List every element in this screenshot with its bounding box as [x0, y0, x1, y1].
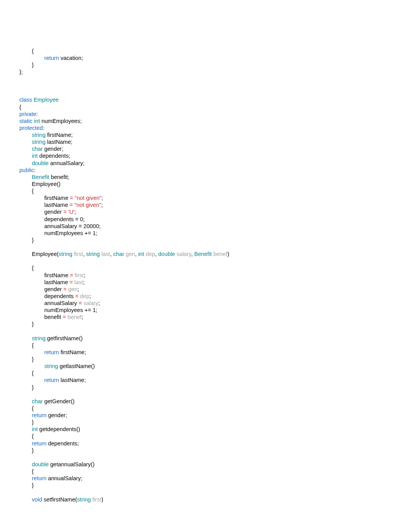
code-token: benefit; [49, 174, 69, 180]
code-token: = [79, 300, 82, 306]
code-token: lastName [19, 279, 70, 285]
code-line: dependents = 0; [19, 216, 392, 223]
code-token [19, 139, 32, 145]
code-token: ; [84, 272, 85, 278]
code-token: }; [19, 69, 23, 75]
code-line: } [19, 321, 392, 327]
code-line: string getfirstName() [19, 335, 392, 342]
code-token [19, 349, 44, 355]
code-token: vacation; [59, 55, 83, 61]
code-token: { [19, 48, 34, 54]
code-token: firstName; [46, 132, 73, 138]
code-token: gen [126, 251, 135, 257]
code-token [19, 335, 32, 341]
code-line: { [19, 405, 392, 412]
code-line: return dependents; [19, 440, 392, 447]
code-token: dependents; [38, 153, 70, 159]
code-token: benefit [19, 314, 63, 320]
code-line [19, 391, 392, 398]
code-token: setfirstName( [42, 496, 77, 503]
code-token: { [19, 405, 34, 411]
code-token [19, 475, 32, 481]
code-token: annualSalary; [49, 160, 85, 166]
code-token: gender; [43, 146, 63, 152]
code-token: { [19, 370, 34, 376]
code-token: = [75, 293, 78, 299]
code-token: ; [77, 286, 79, 292]
code-line: } [19, 419, 392, 426]
code-token: return [32, 440, 46, 447]
code-line [19, 328, 392, 335]
code-line: } [19, 482, 392, 489]
code-line: numEmployees += 1; [19, 307, 392, 314]
code-token: string [44, 363, 58, 369]
code-token [19, 363, 44, 369]
code-token: gender [19, 209, 63, 215]
code-line: } [19, 384, 392, 391]
code-token: numEmployees; [40, 118, 82, 124]
code-line: }; [19, 68, 392, 75]
code-line [19, 82, 392, 89]
code-line: char gender; [19, 145, 392, 152]
code-token: } [19, 384, 34, 390]
code-token: first [75, 272, 84, 278]
code-token [19, 440, 32, 447]
code-token: , [135, 251, 138, 257]
code-token: int [32, 153, 38, 159]
code-token: return [44, 377, 59, 383]
code-line: double getannualSalary() [19, 461, 392, 468]
code-token: int [32, 426, 38, 432]
code-token: } [19, 237, 34, 243]
code-token: = [70, 272, 73, 278]
code-line: Benefit benefit; [19, 174, 392, 181]
code-line: Employee() [19, 181, 392, 188]
code-token: dependents [19, 293, 75, 299]
code-token: ; [101, 202, 103, 208]
code-token [19, 461, 32, 467]
code-token: getannualSalary() [49, 461, 95, 467]
code-token: firstName [19, 272, 70, 278]
code-token: Benefit [194, 251, 212, 257]
code-token [19, 153, 32, 159]
code-line: private: [19, 111, 392, 118]
code-token: first [92, 496, 101, 503]
code-line [19, 454, 392, 461]
code-token: char [32, 146, 43, 152]
code-token: gender [19, 286, 63, 292]
code-token: salary [176, 251, 191, 257]
code-line: dependents = dep; [19, 293, 392, 300]
code-token: } [19, 62, 34, 68]
code-line [19, 244, 392, 251]
code-token: lastName; [46, 139, 72, 145]
code-token: public [19, 167, 34, 173]
code-line: annualSalary = 20000; [19, 223, 392, 230]
code-token [19, 398, 32, 404]
code-token: string [86, 251, 99, 257]
code-line: lastName = "not given"; [19, 201, 392, 208]
code-token: double [32, 160, 49, 166]
code-line [19, 257, 392, 264]
code-line: firstName = "not given"; [19, 194, 392, 201]
code-token: return [32, 412, 46, 418]
code-token: int [138, 251, 144, 257]
code-token: Employee [34, 97, 58, 103]
code-token: ; [89, 293, 91, 299]
code-token: getlastName() [58, 363, 95, 369]
code-token: : [34, 167, 36, 173]
code-token: return [44, 349, 59, 355]
code-line: annualSalary = salary; [19, 300, 392, 307]
code-token: : [36, 111, 38, 117]
code-token: getdependents() [38, 426, 80, 432]
code-line: { [19, 188, 392, 194]
code-line: Employee(string first, string last, char… [19, 251, 392, 257]
code-token: string [32, 139, 45, 145]
code-line: gender = 'U'; [19, 208, 392, 215]
code-token: class [19, 97, 32, 103]
code-token: dependents = 0; [19, 216, 85, 222]
code-line: gender = gen; [19, 286, 392, 293]
code-line [19, 75, 392, 82]
code-token: = [63, 209, 67, 215]
code-token [19, 496, 32, 503]
code-token: last [101, 251, 110, 257]
code-line: int dependents; [19, 152, 392, 159]
